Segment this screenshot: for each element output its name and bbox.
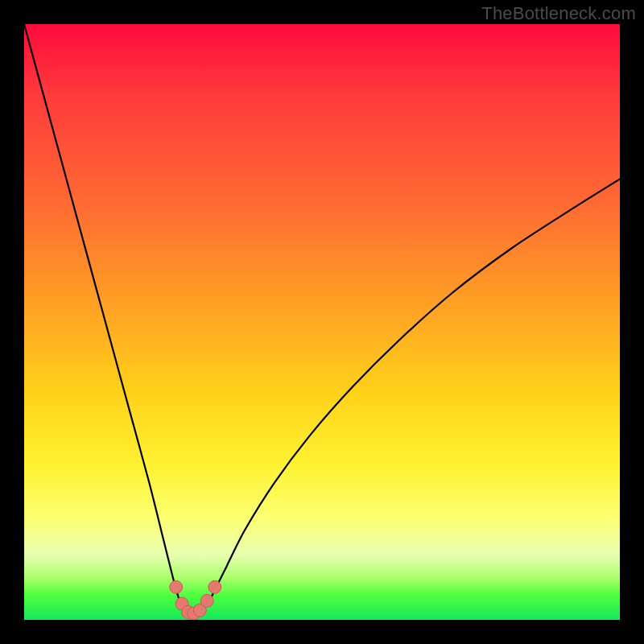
bottleneck-curve <box>24 24 620 614</box>
curve-markers <box>170 580 221 620</box>
plot-area <box>24 24 620 620</box>
curve-marker <box>200 594 213 607</box>
watermark-text: TheBottleneck.com <box>481 3 636 24</box>
chart-svg <box>24 24 620 620</box>
chart-frame: TheBottleneck.com <box>0 0 644 644</box>
curve-marker <box>208 580 221 593</box>
curve-marker <box>170 580 183 593</box>
